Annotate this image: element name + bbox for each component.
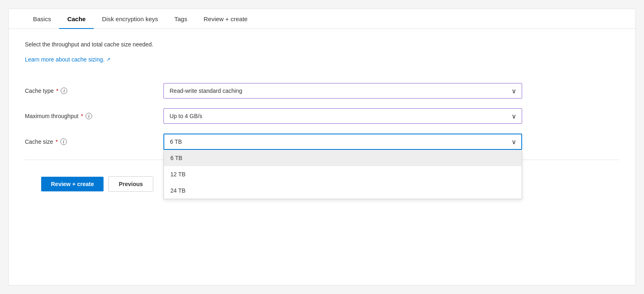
cache-size-control: 6 TB ∨ 6 TB 12 TB 24 TB	[163, 134, 522, 150]
main-window: Basics Cache Disk encryption keys Tags R…	[8, 9, 636, 285]
max-throughput-info-icon[interactable]: i	[86, 113, 92, 119]
tab-review-create[interactable]: Review + create	[195, 9, 256, 29]
required-star-cache-type: *	[56, 88, 58, 94]
cache-size-row: Cache size * i 6 TB ∨ 6 TB	[25, 134, 619, 150]
cache-type-row: Cache type * i Read-write standard cachi…	[25, 83, 619, 99]
cache-size-dropdown[interactable]: 6 TB	[163, 134, 522, 150]
max-throughput-row: Maximum throughput * i Up to 4 GB/s ∨	[25, 108, 619, 124]
max-throughput-label: Maximum throughput * i	[25, 113, 163, 119]
cache-size-dropdown-wrapper: 6 TB ∨	[163, 134, 522, 150]
cache-size-option-12tb[interactable]: 12 TB	[164, 166, 522, 182]
cache-type-dropdown[interactable]: Read-write standard caching	[163, 83, 522, 99]
previous-button[interactable]: Previous	[108, 176, 153, 192]
cache-type-label: Cache type * i	[25, 88, 163, 94]
learn-more-link[interactable]: Learn more about cache sizing. ↗	[25, 56, 110, 63]
tab-bar: Basics Cache Disk encryption keys Tags R…	[9, 9, 635, 29]
description-text: Select the throughput and total cache si…	[25, 41, 619, 48]
cache-type-control: Read-write standard caching ∨	[163, 83, 522, 99]
required-star-throughput: *	[81, 113, 83, 119]
tab-tags[interactable]: Tags	[166, 9, 196, 29]
external-link-icon: ↗	[106, 57, 110, 62]
required-star-cache-size: *	[55, 138, 57, 145]
form-section: Cache type * i Read-write standard cachi…	[25, 83, 619, 150]
cache-size-option-6tb[interactable]: 6 TB	[164, 150, 522, 166]
cache-size-info-icon[interactable]: i	[60, 138, 67, 145]
content-area: Select the throughput and total cache si…	[9, 29, 635, 216]
tab-basics[interactable]: Basics	[25, 9, 59, 29]
max-throughput-control: Up to 4 GB/s ∨	[163, 108, 522, 124]
review-create-button[interactable]: Review + create	[41, 177, 104, 191]
tab-disk-encryption-keys[interactable]: Disk encryption keys	[94, 9, 166, 29]
cache-type-info-icon[interactable]: i	[61, 88, 67, 94]
tab-cache[interactable]: Cache	[59, 9, 94, 29]
max-throughput-dropdown-wrapper: Up to 4 GB/s ∨	[163, 108, 522, 124]
cache-type-dropdown-wrapper: Read-write standard caching ∨	[163, 83, 522, 99]
cache-size-dropdown-list: 6 TB 12 TB 24 TB	[163, 150, 522, 199]
cache-size-option-24tb[interactable]: 24 TB	[164, 182, 522, 199]
cache-size-label: Cache size * i	[25, 138, 163, 145]
max-throughput-dropdown[interactable]: Up to 4 GB/s	[163, 108, 522, 124]
